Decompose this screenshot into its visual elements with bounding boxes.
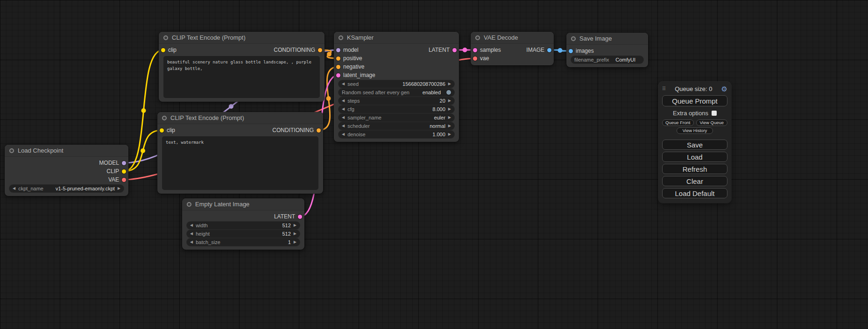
increment-arrow-icon[interactable]: ▶ (294, 240, 296, 244)
widget-cfg[interactable]: ◀cfg8.000▶ (339, 105, 454, 113)
node-title-bar[interactable]: Load Checkpoint (5, 145, 128, 157)
increment-arrow-icon[interactable]: ▶ (448, 116, 451, 119)
widget-denoise[interactable]: ◀denoise1.000▶ (339, 131, 454, 138)
widget-sampler-name[interactable]: ◀sampler_nameeuler▶ (339, 114, 454, 121)
increment-arrow-icon[interactable]: ▶ (448, 107, 451, 111)
node-title-bar[interactable]: CLIP Text Encode (Prompt) (159, 32, 325, 44)
input-slot-dot[interactable] (473, 48, 477, 52)
output-slot-dot[interactable] (122, 178, 126, 182)
decrement-arrow-icon[interactable]: ◀ (342, 116, 345, 119)
output-slot-dot[interactable] (122, 169, 126, 174)
output-slot-dot[interactable] (318, 48, 322, 52)
input-slot: vae (473, 55, 489, 62)
input-slot-dot[interactable] (336, 65, 340, 69)
slot-row: MODEL (5, 159, 128, 167)
node-vae-decode[interactable]: VAE DecodesamplesIMAGEvae (471, 32, 554, 65)
widget-filename-prefix[interactable]: filename_prefixComfyUI (571, 56, 643, 63)
input-slot: negative (336, 63, 364, 70)
output-slot-label: CONDITIONING (274, 47, 315, 53)
drag-handle-icon[interactable]: ⠿ (662, 86, 666, 92)
widget-value: enabled (423, 90, 441, 95)
widget-random-seed-after-every-gen[interactable]: Random seed after every genenabled (339, 89, 454, 96)
increment-arrow-icon[interactable]: ▶ (118, 187, 120, 190)
extra-options-checkbox[interactable] (712, 111, 717, 116)
increment-arrow-icon[interactable]: ▶ (448, 82, 451, 86)
queue-size-label: Queue size: 0 (666, 85, 721, 92)
input-slot-dot[interactable] (336, 73, 340, 77)
output-slot-dot[interactable] (547, 48, 551, 52)
prompt-textarea[interactable] (163, 56, 320, 98)
save-button[interactable]: Save (662, 140, 727, 150)
increment-arrow-icon[interactable]: ▶ (448, 99, 451, 103)
increment-arrow-icon[interactable]: ▶ (448, 133, 451, 136)
decrement-arrow-icon[interactable]: ◀ (342, 82, 345, 86)
widget-value: 20 (440, 98, 445, 104)
increment-arrow-icon[interactable]: ▶ (294, 232, 296, 236)
node-empty-latent-image[interactable]: Empty Latent ImageLATENT◀width512▶◀heigh… (182, 198, 304, 250)
decrement-arrow-icon[interactable]: ◀ (342, 107, 345, 111)
output-slot-dot[interactable] (452, 48, 457, 52)
output-slot-dot[interactable] (298, 215, 302, 219)
input-slot-dot[interactable] (160, 128, 164, 133)
input-slot: latent_image (336, 72, 375, 78)
widget-width[interactable]: ◀width512▶ (187, 222, 300, 229)
decrement-arrow-icon[interactable]: ◀ (13, 187, 15, 190)
widget-value: ComfyUI (615, 57, 635, 63)
decrement-arrow-icon[interactable]: ◀ (342, 133, 345, 136)
queue-prompt-button[interactable]: Queue Prompt (662, 95, 727, 106)
node-status-dot-icon (339, 35, 343, 40)
node-title-bar[interactable]: VAE Decode (471, 32, 554, 44)
slot-row: LATENT (182, 212, 304, 221)
prompt-textarea[interactable] (162, 136, 318, 190)
widget-label: denoise (347, 132, 366, 137)
decrement-arrow-icon[interactable]: ◀ (342, 124, 345, 128)
increment-arrow-icon[interactable]: ▶ (294, 224, 296, 227)
output-slot: CLIP (106, 168, 126, 175)
queue-front-button[interactable]: Queue Front (662, 119, 694, 126)
load-default-button[interactable]: Load Default (662, 188, 727, 198)
view-history-button[interactable]: View History (677, 127, 713, 134)
input-slot-dot[interactable] (336, 56, 340, 61)
view-queue-button[interactable]: View Queue (696, 119, 728, 126)
decrement-arrow-icon[interactable]: ◀ (190, 224, 193, 227)
load-button[interactable]: Load (662, 152, 727, 162)
widget-batch-size[interactable]: ◀batch_size1▶ (187, 238, 300, 246)
decrement-arrow-icon[interactable]: ◀ (342, 99, 345, 103)
node-save-image[interactable]: Save Imageimagesfilename_prefixComfyUI (566, 33, 648, 67)
output-slot-dot[interactable] (317, 128, 321, 133)
node-load-checkpoint[interactable]: Load CheckpointMODELCLIPVAE◀ckpt_namev1-… (5, 145, 128, 196)
widget-value: 1.000 (432, 132, 445, 137)
increment-arrow-icon[interactable]: ▶ (448, 124, 451, 128)
node-title-bar[interactable]: Save Image (566, 33, 648, 45)
output-slot-dot[interactable] (122, 161, 126, 165)
input-slot-dot[interactable] (569, 49, 573, 53)
input-slot-dot[interactable] (473, 56, 477, 61)
decrement-arrow-icon[interactable]: ◀ (190, 240, 193, 244)
node-status-dot-icon (475, 35, 480, 40)
node-clip-text-encode-positive[interactable]: CLIP Text Encode (Prompt)clipCONDITIONIN… (159, 32, 325, 102)
widget-label: height (196, 231, 210, 237)
clear-button[interactable]: Clear (662, 176, 727, 186)
input-slot-dot[interactable] (161, 48, 165, 52)
widget-seed[interactable]: ◀seed156680208700286▶ (339, 80, 454, 88)
widget-ckpt-name[interactable]: ◀ckpt_namev1-5-pruned-emaonly.ckpt▶ (9, 185, 124, 192)
widget-steps[interactable]: ◀steps20▶ (339, 97, 454, 105)
slot-row: modelLATENT (334, 46, 459, 54)
node-ksampler[interactable]: KSamplermodelLATENTpositivenegativelaten… (334, 32, 459, 142)
widget-scheduler[interactable]: ◀schedulernormal▶ (339, 122, 454, 130)
link-midpoint-dot (463, 48, 467, 52)
toggle-knob-icon[interactable] (446, 90, 451, 95)
input-slot-dot[interactable] (336, 48, 340, 52)
node-title-bar[interactable]: KSampler (334, 32, 459, 44)
widget-height[interactable]: ◀height512▶ (187, 230, 300, 238)
graph-canvas[interactable]: Load CheckpointMODELCLIPVAE◀ckpt_namev1-… (0, 0, 868, 329)
widget-value: normal (430, 123, 445, 129)
refresh-button[interactable]: Refresh (662, 164, 727, 174)
node-title-bar[interactable]: Empty Latent Image (182, 198, 304, 210)
action-buttons: Save Load Refresh Clear Load Default (662, 140, 727, 198)
output-slot-label: LATENT (274, 213, 295, 220)
node-title-bar[interactable]: CLIP Text Encode (Prompt) (157, 112, 323, 124)
settings-gear-icon[interactable]: ⚙ (721, 85, 727, 92)
node-clip-text-encode-negative[interactable]: CLIP Text Encode (Prompt)clipCONDITIONIN… (157, 112, 323, 194)
decrement-arrow-icon[interactable]: ◀ (190, 232, 193, 236)
